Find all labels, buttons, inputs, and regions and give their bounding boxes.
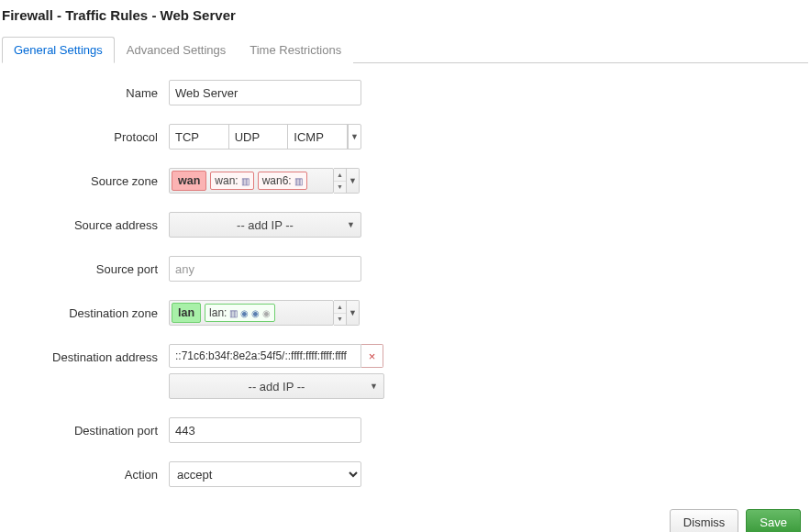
name-input[interactable] xyxy=(169,80,361,105)
destination-zone-dropdown-caret[interactable]: ▼ xyxy=(347,300,360,326)
close-icon: × xyxy=(369,349,376,363)
destination-port-input[interactable] xyxy=(169,417,361,443)
chevron-down-icon[interactable]: ▼ xyxy=(334,314,346,326)
action-select[interactable]: accept xyxy=(169,461,361,487)
source-zone-dropdown-caret[interactable]: ▼ xyxy=(347,168,360,194)
destination-address-input[interactable] xyxy=(169,344,361,368)
tab-bar: General Settings Advanced Settings Time … xyxy=(2,36,808,63)
source-zone-iface-wan: wan: ▥ xyxy=(210,172,253,190)
label-action: Action xyxy=(2,461,169,482)
source-zone-spinner[interactable]: ▲ ▼ xyxy=(334,168,347,194)
protocol-option-udp: UDP xyxy=(229,125,289,149)
remove-destination-address-button[interactable]: × xyxy=(361,344,383,368)
save-button[interactable]: Save xyxy=(746,509,801,532)
source-zone-badge: wan xyxy=(172,171,206,191)
label-destination-zone: Destination zone xyxy=(2,300,169,320)
chevron-down-icon[interactable]: ▼ xyxy=(334,182,346,194)
page-title: Firewall - Traffic Rules - Web Server xyxy=(2,7,808,23)
globe-icon: ◉ xyxy=(262,308,271,318)
label-destination-port: Destination port xyxy=(2,417,169,438)
ethernet-icon: ▥ xyxy=(241,176,250,186)
protocol-option-icmp: ICMP xyxy=(288,125,348,149)
dismiss-button[interactable]: Dismiss xyxy=(670,509,739,532)
protocol-select[interactable]: TCP UDP ICMP ▼ xyxy=(169,124,361,150)
label-destination-address: Destination address xyxy=(2,344,169,364)
globe-icon: ◉ xyxy=(251,308,260,318)
destination-zone-spinner[interactable]: ▲ ▼ xyxy=(334,300,347,326)
ethernet-icon: ▥ xyxy=(294,176,303,186)
destination-zone-badge: lan xyxy=(172,303,201,323)
protocol-option-tcp: TCP xyxy=(170,125,229,149)
source-port-input[interactable] xyxy=(169,256,361,282)
destination-zone-iface-lan: lan: ▥ ◉ ◉ ◉ xyxy=(205,304,275,322)
destination-zone-select[interactable]: lan lan: ▥ ◉ ◉ ◉ xyxy=(169,300,334,326)
label-protocol: Protocol xyxy=(2,124,169,144)
tab-general-settings[interactable]: General Settings xyxy=(2,37,115,63)
label-source-address: Source address xyxy=(2,212,169,232)
chevron-up-icon[interactable]: ▲ xyxy=(334,169,346,182)
label-name: Name xyxy=(2,80,169,100)
source-zone-iface-wan6: wan6: ▥ xyxy=(258,172,307,190)
source-zone-select[interactable]: wan wan: ▥ wan6: ▥ xyxy=(169,168,334,194)
globe-icon: ◉ xyxy=(240,308,249,318)
destination-address-add-ip[interactable]: -- add IP -- ▼ xyxy=(169,373,384,399)
ethernet-icon: ▥ xyxy=(229,308,238,318)
protocol-dropdown-caret[interactable]: ▼ xyxy=(348,125,361,149)
chevron-down-icon: ▼ xyxy=(347,220,355,229)
label-source-zone: Source zone xyxy=(2,168,169,188)
tab-advanced-settings[interactable]: Advanced Settings xyxy=(115,37,238,63)
chevron-down-icon: ▼ xyxy=(370,382,378,391)
label-source-port: Source port xyxy=(2,256,169,276)
source-address-add-ip[interactable]: -- add IP -- ▼ xyxy=(169,212,361,238)
tab-time-restrictions[interactable]: Time Restrictions xyxy=(238,37,353,63)
chevron-up-icon[interactable]: ▲ xyxy=(334,301,346,314)
